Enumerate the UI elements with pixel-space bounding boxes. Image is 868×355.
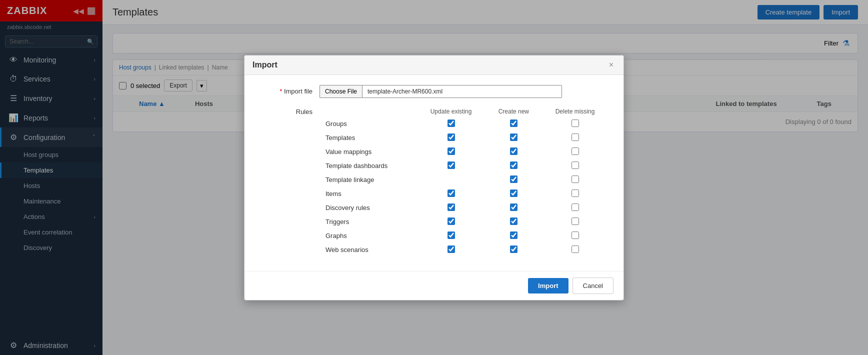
checkbox-delete-9[interactable] (572, 246, 579, 253)
modal-overlay: Import × Import file Choose File templat… (0, 0, 868, 355)
dialog-title: Import (252, 60, 278, 70)
table-row: Value mappings (320, 145, 608, 159)
rule-update-7 (416, 215, 486, 229)
rule-update-5 (416, 187, 486, 201)
choose-file-button[interactable]: Choose File (320, 85, 362, 98)
rule-create-4 (486, 173, 542, 187)
rule-delete-8 (542, 229, 608, 243)
col-delete-missing: Delete missing (542, 106, 608, 117)
file-input-wrap: Choose File template-Archer-MR600.xml (320, 85, 562, 98)
checkbox-create-5[interactable] (510, 190, 518, 197)
checkbox-update-5[interactable] (448, 190, 455, 197)
rules-table: Update existing Create new Delete missin… (320, 106, 608, 257)
checkbox-delete-4[interactable] (572, 176, 579, 183)
table-row: Discovery rules (320, 201, 608, 215)
file-name-display: template-Archer-MR600.xml (362, 85, 562, 98)
rule-delete-0 (542, 117, 608, 131)
checkbox-update-1[interactable] (448, 134, 455, 141)
rule-create-7 (486, 215, 542, 229)
rule-create-2 (486, 145, 542, 159)
rule-create-6 (486, 201, 542, 215)
dialog-footer: Import Cancel (244, 271, 624, 300)
dialog-import-button[interactable]: Import (528, 278, 568, 294)
rule-delete-1 (542, 131, 608, 145)
checkbox-create-1[interactable] (510, 134, 518, 141)
rule-label-0: Groups (320, 117, 416, 131)
checkbox-update-9[interactable] (448, 246, 455, 253)
table-row: Template linkage (320, 173, 608, 187)
checkbox-update-6[interactable] (448, 204, 455, 211)
rule-create-8 (486, 229, 542, 243)
table-row: Templates (320, 131, 608, 145)
checkbox-delete-8[interactable] (572, 232, 579, 239)
rules-label: Rules (260, 106, 320, 116)
rule-update-1 (416, 131, 486, 145)
rule-label-8: Graphs (320, 229, 416, 243)
table-row: Groups (320, 117, 608, 131)
rule-create-5 (486, 187, 542, 201)
dialog-header: Import × (244, 56, 624, 75)
checkbox-create-9[interactable] (510, 246, 518, 253)
rule-create-3 (486, 159, 542, 173)
col-create-new: Create new (486, 106, 542, 117)
rule-label-4: Template linkage (320, 173, 416, 187)
table-row: Items (320, 187, 608, 201)
checkbox-create-3[interactable] (510, 162, 518, 169)
import-file-label: Import file (260, 88, 320, 95)
checkbox-delete-0[interactable] (572, 120, 579, 127)
rule-label-1: Templates (320, 131, 416, 145)
rule-create-9 (486, 243, 542, 257)
rules-table-wrap: Update existing Create new Delete missin… (320, 106, 608, 257)
rule-update-2 (416, 145, 486, 159)
checkbox-delete-5[interactable] (572, 190, 579, 197)
checkbox-update-3[interactable] (448, 162, 455, 169)
checkbox-update-8[interactable] (448, 232, 455, 239)
checkbox-create-8[interactable] (510, 232, 518, 239)
checkbox-update-2[interactable] (448, 148, 455, 155)
checkbox-delete-6[interactable] (572, 204, 579, 211)
rule-delete-9 (542, 243, 608, 257)
dialog-body: Import file Choose File template-Archer-… (244, 75, 624, 271)
table-row: Web scenarios (320, 243, 608, 257)
checkbox-create-7[interactable] (510, 218, 518, 225)
dialog-cancel-button[interactable]: Cancel (572, 278, 614, 294)
table-row: Template dashboards (320, 159, 608, 173)
checkbox-delete-1[interactable] (572, 134, 579, 141)
rule-update-8 (416, 229, 486, 243)
rule-update-0 (416, 117, 486, 131)
rule-label-9: Web scenarios (320, 243, 416, 257)
rule-label-5: Items (320, 187, 416, 201)
rule-create-0 (486, 117, 542, 131)
checkbox-create-6[interactable] (510, 204, 518, 211)
rule-update-3 (416, 159, 486, 173)
rule-delete-2 (542, 145, 608, 159)
checkbox-delete-7[interactable] (572, 218, 579, 225)
checkbox-update-0[interactable] (448, 120, 455, 127)
checkbox-delete-2[interactable] (572, 148, 579, 155)
checkbox-create-0[interactable] (510, 120, 518, 127)
rule-delete-3 (542, 159, 608, 173)
import-dialog: Import × Import file Choose File templat… (244, 55, 624, 300)
import-file-row: Import file Choose File template-Archer-… (260, 85, 608, 98)
rule-update-4 (416, 173, 486, 187)
rule-delete-4 (542, 173, 608, 187)
rule-delete-6 (542, 201, 608, 215)
dialog-close-button[interactable]: × (607, 61, 616, 69)
rule-label-7: Triggers (320, 215, 416, 229)
table-row: Triggers (320, 215, 608, 229)
rule-label-6: Discovery rules (320, 201, 416, 215)
rule-create-1 (486, 131, 542, 145)
rule-label-2: Value mappings (320, 145, 416, 159)
rule-update-6 (416, 201, 486, 215)
checkbox-delete-3[interactable] (572, 162, 579, 169)
checkbox-update-7[interactable] (448, 218, 455, 225)
rule-update-9 (416, 243, 486, 257)
checkbox-create-2[interactable] (510, 148, 518, 155)
rules-section: Rules Update existing Create new Delete … (260, 106, 608, 257)
checkbox-create-4[interactable] (510, 176, 518, 183)
rule-delete-5 (542, 187, 608, 201)
table-row: Graphs (320, 229, 608, 243)
col-update-existing: Update existing (416, 106, 486, 117)
rule-delete-7 (542, 215, 608, 229)
rule-label-3: Template dashboards (320, 159, 416, 173)
